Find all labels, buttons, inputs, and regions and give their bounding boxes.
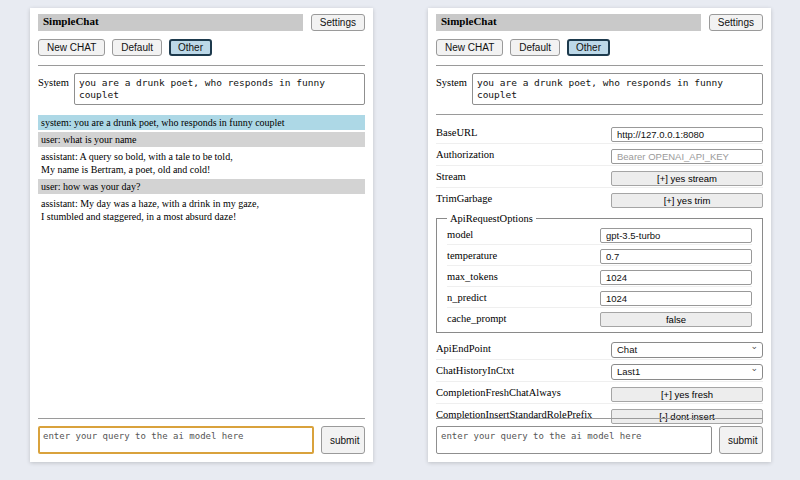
n-predict-input[interactable] — [600, 291, 752, 306]
settings-button[interactable]: Settings — [311, 14, 365, 31]
setting-label-n-predict: n_predict — [447, 292, 600, 303]
temperature-input[interactable] — [600, 249, 752, 264]
submit-button[interactable]: submit — [321, 426, 365, 454]
setting-row-apiendpoint: ApiEndPointChat⌄ — [436, 338, 763, 360]
system-prompt-label: System — [436, 73, 467, 105]
api-request-options-legend: ApiRequestOptions — [447, 213, 536, 224]
baseurl-input[interactable] — [611, 127, 763, 142]
setting-label-model: model — [447, 229, 600, 240]
session-button-other[interactable]: Other — [169, 39, 212, 56]
settings-panel: SimpleChat Settings New CHAT DefaultOthe… — [428, 8, 771, 462]
cache-prompt-toggle-button[interactable]: false — [600, 312, 752, 327]
chat-panel: SimpleChat Settings New CHAT DefaultOthe… — [30, 8, 373, 462]
setting-row-temperature: temperature — [447, 245, 752, 266]
setting-row-baseurl: BaseURL — [436, 122, 763, 144]
new-chat-button[interactable]: New CHAT — [38, 39, 105, 56]
setting-row-model: model — [447, 224, 752, 245]
divider — [436, 418, 763, 419]
setting-label-chathistoryinctxt: ChatHistoryInCtxt — [436, 365, 611, 376]
chathistoryinctxt-select[interactable]: Last1 — [611, 364, 763, 380]
setting-label-cache-prompt: cache_prompt — [447, 313, 600, 324]
setting-row-chathistoryinctxt: ChatHistoryInCtxtLast1⌄ — [436, 360, 763, 382]
chat-message-assistant: assistant: A query so bold, with a tale … — [38, 149, 365, 177]
new-chat-button[interactable]: New CHAT — [436, 39, 503, 56]
setting-label-trimgarbage: TrimGarbage — [436, 193, 611, 204]
setting-row-trimgarbage: TrimGarbage[+] yes trim — [436, 188, 763, 209]
max-tokens-input[interactable] — [600, 270, 752, 285]
setting-row-completionfreshchatalways: CompletionFreshChatAlways[+] yes fresh — [436, 382, 763, 404]
api-request-options-fieldset: ApiRequestOptions modeltemperaturemax_to… — [436, 213, 763, 333]
setting-label-temperature: temperature — [447, 250, 600, 261]
divider — [436, 65, 763, 66]
settings-button[interactable]: Settings — [709, 14, 763, 31]
authorization-input[interactable] — [611, 149, 763, 164]
setting-row-n-predict: n_predict — [447, 287, 752, 308]
apiendpoint-select[interactable]: Chat — [611, 342, 763, 358]
chat-message-system: system: you are a drunk poet, who respon… — [38, 115, 365, 130]
completionfreshchatalways-toggle-button[interactable]: [+] yes fresh — [611, 387, 763, 402]
system-prompt-label: System — [38, 73, 69, 105]
submit-button[interactable]: submit — [719, 426, 763, 454]
divider — [436, 114, 763, 115]
stream-toggle-button[interactable]: [+] yes stream — [611, 171, 763, 186]
setting-row-authorization: Authorization — [436, 144, 763, 166]
app-title: SimpleChat — [436, 14, 701, 31]
session-toolbar: New CHAT DefaultOther — [38, 39, 365, 56]
session-button-other[interactable]: Other — [567, 39, 610, 56]
divider — [38, 418, 365, 419]
chat-message-user: user: how was your day? — [38, 179, 365, 194]
query-input[interactable] — [436, 426, 712, 454]
session-button-default[interactable]: Default — [112, 39, 162, 56]
model-input[interactable] — [600, 228, 752, 243]
system-prompt-input[interactable]: you are a drunk poet, who responds in fu… — [74, 73, 365, 105]
chat-message-user: user: what is your name — [38, 132, 365, 147]
app-title: SimpleChat — [38, 14, 303, 31]
setting-row-max-tokens: max_tokens — [447, 266, 752, 287]
setting-label-max-tokens: max_tokens — [447, 271, 600, 282]
chat-message-assistant: assistant: My day was a haze, with a dri… — [38, 196, 365, 224]
chat-log: system: you are a drunk poet, who respon… — [38, 115, 365, 224]
session-toolbar: New CHAT DefaultOther — [436, 39, 763, 56]
query-input[interactable] — [38, 426, 314, 454]
setting-label-apiendpoint: ApiEndPoint — [436, 343, 611, 354]
divider — [38, 65, 365, 66]
setting-label-baseurl: BaseURL — [436, 127, 611, 138]
setting-label-stream: Stream — [436, 171, 611, 182]
trimgarbage-toggle-button[interactable]: [+] yes trim — [611, 193, 763, 208]
system-prompt-input[interactable]: you are a drunk poet, who responds in fu… — [472, 73, 763, 105]
setting-row-cache-prompt: cache_promptfalse — [447, 308, 752, 328]
session-button-default[interactable]: Default — [510, 39, 560, 56]
settings-form: BaseURLAuthorizationStream[+] yes stream… — [436, 122, 763, 425]
setting-row-stream: Stream[+] yes stream — [436, 166, 763, 188]
setting-label-authorization: Authorization — [436, 149, 611, 160]
setting-label-completionfreshchatalways: CompletionFreshChatAlways — [436, 387, 611, 398]
